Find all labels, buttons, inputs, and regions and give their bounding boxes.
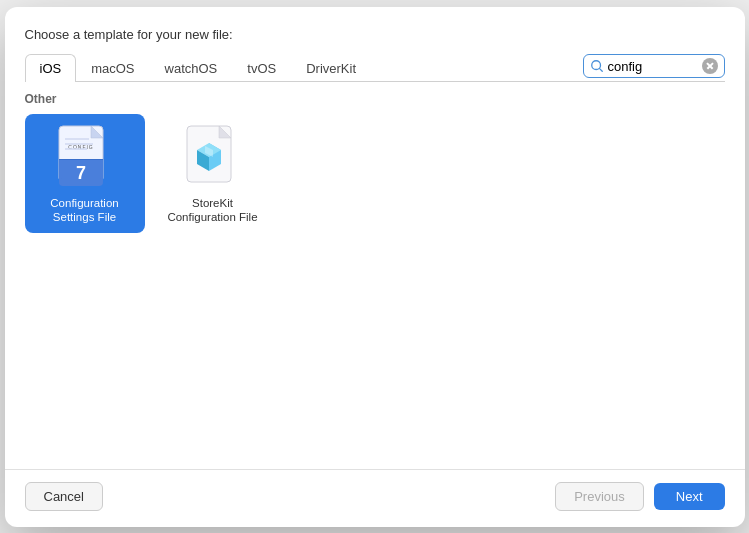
search-input[interactable] — [608, 59, 698, 74]
svg-text:7: 7 — [75, 163, 85, 183]
list-item[interactable]: 7 CONFIG Configuration Settings File — [25, 114, 145, 234]
section-other-label: Other — [25, 82, 725, 114]
dialog-title: Choose a template for your new file: — [25, 27, 725, 42]
tab-ios[interactable]: iOS — [25, 54, 77, 82]
previous-button[interactable]: Previous — [555, 482, 644, 511]
dialog-footer: Cancel Previous Next — [5, 469, 745, 527]
tab-driverkit[interactable]: DriverKit — [291, 54, 371, 82]
next-button[interactable]: Next — [654, 483, 725, 510]
cancel-button[interactable]: Cancel — [25, 482, 103, 511]
file-grid: 7 CONFIG Configuration Settings File — [25, 114, 725, 244]
list-item[interactable]: StoreKit Configuration File — [153, 114, 273, 234]
svg-line-1 — [599, 69, 602, 72]
search-container — [583, 54, 725, 78]
tab-macos[interactable]: macOS — [76, 54, 149, 82]
storekit-file-icon — [183, 124, 243, 190]
storekit-file-label: StoreKit Configuration File — [161, 196, 265, 226]
svg-rect-5 — [59, 159, 103, 160]
dialog-header: Choose a template for your new file: iOS… — [5, 7, 745, 82]
platform-tabs: iOS macOS watchOS tvOS DriverKit — [25, 54, 372, 81]
tab-watchos[interactable]: watchOS — [150, 54, 233, 82]
storekit-file-svg — [185, 125, 241, 189]
config-file-svg: 7 CONFIG — [57, 125, 113, 189]
clear-search-icon[interactable] — [702, 58, 718, 74]
tabs-and-search-bar: iOS macOS watchOS tvOS DriverKit — [25, 54, 725, 82]
footer-nav-buttons: Previous Next — [555, 482, 724, 511]
template-grid-body: Other — [5, 82, 745, 469]
config-file-label: Configuration Settings File — [33, 196, 137, 226]
config-file-icon: 7 CONFIG — [55, 124, 115, 190]
new-file-dialog: Choose a template for your new file: iOS… — [5, 7, 745, 527]
search-icon — [590, 59, 604, 73]
tab-tvos[interactable]: tvOS — [232, 54, 291, 82]
